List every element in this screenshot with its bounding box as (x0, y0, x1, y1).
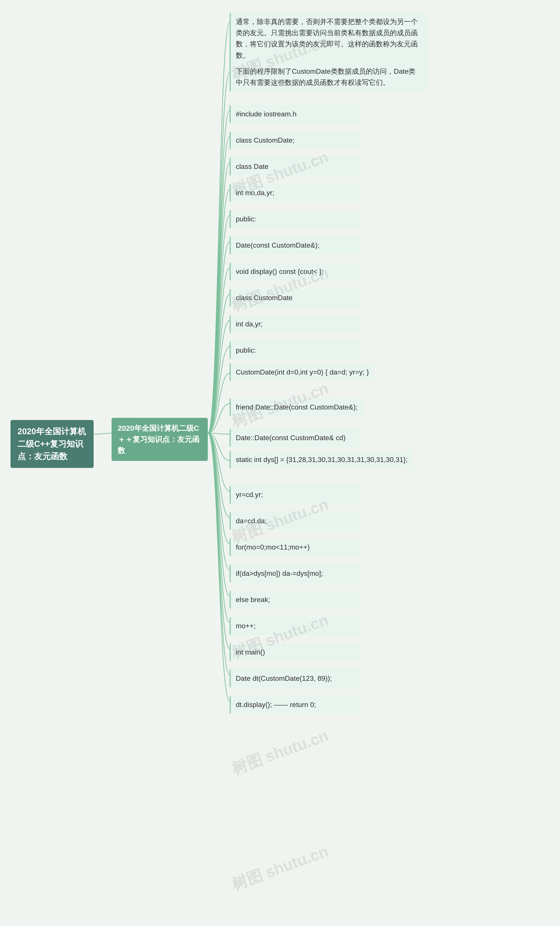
level2-node-n22: mo++; (230, 617, 361, 635)
level2-node-n16: static int dys[] = {31,28,31,30,31,30,31… (230, 451, 413, 469)
level2-node-n21: else break; (230, 591, 361, 609)
level2-node-n1: 通常，除非真的需要，否则并不需要把整个类都设为另一个类的友元。只需挑出需要访问当… (230, 13, 427, 65)
watermark-text-7: 树图 shutu.cn (229, 725, 331, 780)
level2-node-n9: void display() const {cout< }; (230, 263, 361, 281)
level2-node-n15: Date::Date(const CustomDate& cd) (230, 429, 361, 447)
level2-node-n17: yr=cd.yr; (230, 486, 361, 504)
level2-node-n8: Date(const CustomDate&); (230, 236, 361, 254)
level1-label: 2020年全国计算机二级C＋＋复习知识点：友元函数 (118, 424, 200, 455)
level2-node-n7: public: (230, 210, 361, 228)
level2-node-n6: int mo,da,yr; (230, 184, 361, 202)
level2-node-n5: class Date (230, 157, 361, 176)
level2-node-n2: 下面的程序限制了CustomDate类数据成员的访问，Date类中只有需要这些数… (230, 62, 427, 92)
level2-node-n3: #include iostream.h (230, 105, 361, 123)
level2-node-n13: CustomDate(int d=0,int y=0) { da=d; yr=y… (230, 363, 374, 381)
level1-node: 2020年全国计算机二级C＋＋复习知识点：友元函数 (112, 418, 208, 461)
level2-node-n24: Date dt(CustomDate(123, 89)); (230, 669, 361, 688)
root-node: 2020年全国计算机二级C++复习知识点：友元函数 (11, 420, 94, 468)
level2-node-n19: for(mo=0;mo<11;mo++) (230, 538, 361, 556)
level2-node-n14: friend Date::Date(const CustomDate&); (230, 398, 363, 416)
level2-node-n20: if(da>dys[mo]) da-=dys[mo]; (230, 564, 361, 583)
level2-node-n25: dt.display(); —— return 0; (230, 696, 361, 714)
root-label: 2020年全国计算机二级C++复习知识点：友元函数 (18, 427, 86, 461)
level2-node-n18: da=cd.da; (230, 512, 361, 530)
mind-map: 树图 shutu.cn 树图 shutu.cn 树图 shutu.cn 树图 s… (0, 0, 560, 926)
level2-node-n23: int main() (230, 643, 361, 661)
level2-node-n12: public: (230, 341, 361, 359)
level2-node-n11: int da,yr; (230, 315, 361, 333)
watermark-text-8: 树图 shutu.cn (229, 841, 331, 896)
level2-node-n4: class CustomDate; (230, 131, 361, 150)
level2-node-n10: class CustomDate (230, 289, 361, 307)
